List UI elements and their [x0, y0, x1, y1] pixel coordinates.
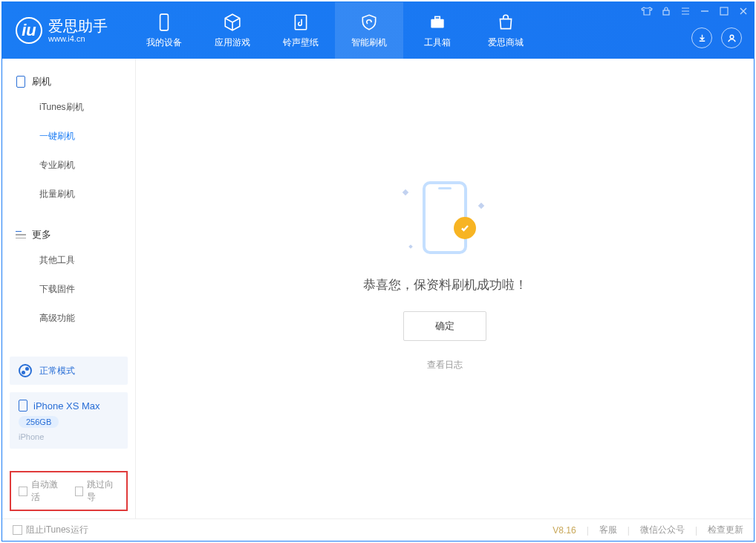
- maximize-icon[interactable]: [718, 5, 730, 17]
- svg-rect-2: [431, 19, 443, 27]
- refresh-shield-icon: [359, 13, 379, 32]
- nav-label: 智能刷机: [351, 36, 387, 49]
- phone-icon: [16, 77, 26, 87]
- nav-label: 铃声壁纸: [283, 36, 319, 49]
- toolbox-icon: [428, 13, 447, 32]
- sidebar-item-other-tools[interactable]: 其他工具: [2, 246, 135, 275]
- checkbox-icon: [19, 487, 27, 496]
- sidebar-item-advanced[interactable]: 高级功能: [2, 304, 135, 333]
- minimize-icon[interactable]: [699, 5, 711, 17]
- sidebar: 刷机 iTunes刷机 一键刷机 专业刷机 批量刷机 更多 其他工具 下载固件 …: [2, 59, 136, 518]
- logo: iu 爱思助手 www.i4.cn: [2, 17, 121, 44]
- sidebar-item-oneclick-flash[interactable]: 一键刷机: [2, 122, 135, 151]
- device-name: iPhone XS Max: [33, 400, 100, 412]
- version-label: V8.16: [553, 525, 576, 536]
- success-title: 恭喜您，保资料刷机成功啦！: [363, 276, 527, 293]
- nav-label: 爱思商城: [488, 36, 524, 49]
- device-status-card[interactable]: 正常模式: [10, 357, 128, 385]
- music-file-icon: [291, 13, 310, 32]
- nav-tab-my-device[interactable]: 我的设备: [130, 2, 198, 59]
- view-log-link[interactable]: 查看日志: [427, 359, 463, 371]
- svg-rect-4: [663, 10, 669, 15]
- device-phone-icon: [19, 400, 27, 412]
- checkbox-label: 跳过向导: [87, 478, 119, 504]
- confirm-button[interactable]: 确定: [403, 311, 486, 341]
- app-header: iu 爱思助手 www.i4.cn 我的设备 应用游戏 铃声壁纸 智能刷机: [2, 2, 754, 59]
- section-flash: 刷机: [2, 71, 135, 93]
- nav-tabs: 我的设备 应用游戏 铃声壁纸 智能刷机 工具箱 爱思商城: [130, 2, 540, 59]
- svg-point-6: [730, 35, 734, 39]
- auto-activate-checkbox[interactable]: 自动激活: [19, 478, 63, 504]
- hamburger-icon: [16, 230, 26, 240]
- checkmark-badge-icon: [454, 217, 476, 239]
- device-type: iPhone: [19, 432, 119, 441]
- section-label: 刷机: [32, 75, 51, 88]
- device-panel: 正常模式 iPhone XS Max 256GB iPhone: [10, 357, 128, 449]
- svg-rect-5: [720, 7, 728, 15]
- user-icon[interactable]: [721, 27, 742, 48]
- nav-tab-flash[interactable]: 智能刷机: [335, 2, 403, 59]
- device-storage: 256GB: [19, 416, 59, 428]
- main-content: 恭喜您，保资料刷机成功啦！ 确定 查看日志: [136, 59, 754, 518]
- checkbox-icon: [13, 525, 22, 535]
- store-icon: [496, 13, 515, 32]
- nav-tab-apps[interactable]: 应用游戏: [198, 2, 267, 59]
- close-icon[interactable]: [737, 5, 749, 17]
- download-icon[interactable]: [691, 27, 712, 48]
- support-link[interactable]: 客服: [599, 524, 617, 536]
- skip-guide-checkbox[interactable]: 跳过向导: [75, 478, 120, 504]
- sidebar-item-batch-flash[interactable]: 批量刷机: [2, 180, 135, 209]
- device-status: 正常模式: [39, 365, 75, 377]
- shirt-icon[interactable]: [641, 5, 653, 17]
- nav-tab-ringtones[interactable]: 铃声壁纸: [267, 2, 335, 59]
- sidebar-item-pro-flash[interactable]: 专业刷机: [2, 151, 135, 180]
- section-label: 更多: [32, 228, 51, 241]
- lock-icon[interactable]: [660, 5, 672, 17]
- nav-label: 应用游戏: [215, 36, 250, 49]
- window-controls: [641, 5, 749, 17]
- update-link[interactable]: 检查更新: [708, 524, 743, 536]
- device-icon: [154, 13, 174, 32]
- device-card[interactable]: iPhone XS Max 256GB iPhone: [10, 392, 128, 449]
- app-title: 爱思助手: [48, 18, 108, 34]
- cube-icon: [223, 13, 242, 32]
- logo-icon: iu: [16, 17, 42, 44]
- sidebar-item-itunes-flash[interactable]: iTunes刷机: [2, 93, 135, 122]
- checkbox-label: 阻止iTunes运行: [26, 524, 88, 536]
- status-icon: [19, 364, 32, 377]
- nav-label: 我的设备: [146, 36, 182, 49]
- menu-icon[interactable]: [680, 5, 691, 17]
- nav-tab-store[interactable]: 爱思商城: [472, 2, 540, 59]
- section-more: 更多: [2, 224, 135, 246]
- footer: 阻止iTunes运行 V8.16 | 客服 | 微信公众号 | 检查更新: [2, 518, 754, 541]
- app-url: www.i4.cn: [48, 34, 108, 43]
- svg-rect-3: [435, 16, 440, 19]
- nav-label: 工具箱: [424, 36, 451, 49]
- checkbox-icon: [75, 487, 84, 496]
- block-itunes-checkbox[interactable]: 阻止iTunes运行: [13, 524, 88, 536]
- wechat-link[interactable]: 微信公众号: [640, 524, 685, 536]
- checkbox-label: 自动激活: [31, 478, 63, 504]
- success-illustration: [400, 177, 489, 259]
- sidebar-item-download-firmware[interactable]: 下载固件: [2, 275, 135, 304]
- options-highlight: 自动激活 跳过向导: [10, 471, 128, 511]
- body: 刷机 iTunes刷机 一键刷机 专业刷机 批量刷机 更多 其他工具 下载固件 …: [2, 59, 754, 518]
- nav-tab-toolbox[interactable]: 工具箱: [403, 2, 472, 59]
- svg-rect-0: [160, 14, 169, 30]
- svg-rect-1: [295, 15, 306, 30]
